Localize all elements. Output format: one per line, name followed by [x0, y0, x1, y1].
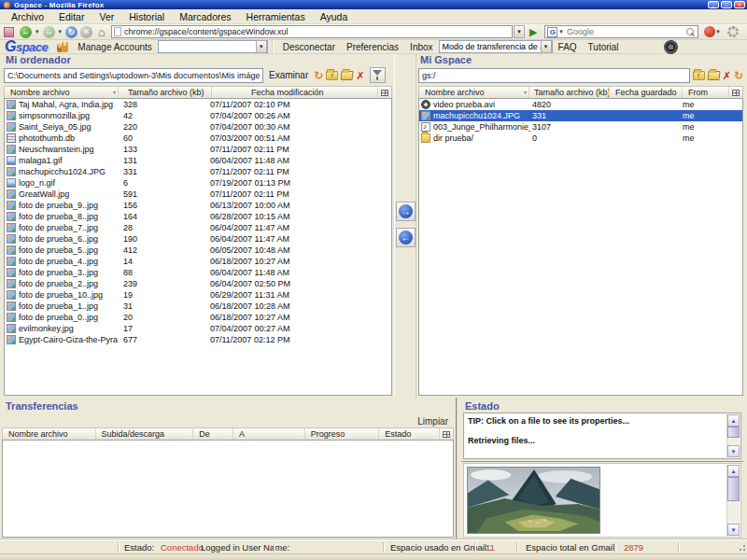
gspace-path-input[interactable]: [419, 71, 689, 80]
local-refresh-icon[interactable]: ↻: [314, 70, 323, 81]
menu-item-editar[interactable]: Editar: [51, 10, 92, 23]
gspace-delete-icon[interactable]: ✗: [723, 70, 731, 81]
local-path-box[interactable]: [4, 68, 263, 83]
forward-icon[interactable]: →: [43, 26, 55, 38]
engine-dropdown-icon[interactable]: ▾: [559, 28, 563, 35]
search-icon[interactable]: [686, 28, 694, 35]
google-engine-icon[interactable]: G: [547, 27, 557, 37]
column-header-name[interactable]: Nombre archivo: [3, 428, 96, 440]
file-row[interactable]: foto de prueba_4..jpg1406/18/2007 10:27 …: [5, 256, 391, 267]
local-open-folder-icon[interactable]: [341, 71, 354, 80]
transfer-mode-select[interactable]: Modo de transferencia de archivos ▾: [439, 40, 553, 53]
menu-item-historial[interactable]: Historial: [121, 10, 172, 23]
column-header-date[interactable]: Fecha modificación: [212, 87, 378, 98]
file-row[interactable]: foto de prueba_10..jpg1906/29/2007 11:31…: [5, 289, 391, 301]
file-row[interactable]: foto de prueba_2..jpg23906/04/2007 02:50…: [5, 278, 391, 289]
gspace-refresh-icon[interactable]: ↻: [734, 70, 743, 81]
menu-item-herramientas[interactable]: Herramientas: [239, 10, 313, 23]
gspace-open-folder-icon[interactable]: [707, 71, 720, 80]
file-row[interactable]: foto de prueba_7..jpg2806/04/2007 11:47 …: [5, 222, 391, 233]
column-header-updown[interactable]: Subida/descarga: [96, 428, 194, 440]
manage-accounts-button[interactable]: Manage Accounts: [72, 42, 158, 52]
preferences-button[interactable]: Preferencias: [341, 42, 404, 52]
maximize-button-icon[interactable]: □: [721, 1, 732, 8]
column-header-name[interactable]: Nombre archivo▾: [419, 87, 529, 98]
go-icon[interactable]: ▶: [529, 26, 537, 38]
upload-button[interactable]: →: [396, 202, 416, 221]
column-picker-icon[interactable]: [378, 87, 391, 98]
menu-item-ayuda[interactable]: Ayuda: [313, 10, 356, 23]
file-row[interactable]: dir prueba/0me: [419, 133, 742, 144]
inbox-button[interactable]: Inbox: [404, 42, 438, 52]
column-picker-icon[interactable]: [440, 428, 453, 440]
url-bar[interactable]: [111, 25, 513, 38]
url-input[interactable]: [124, 27, 510, 36]
stop-icon[interactable]: ✕: [80, 26, 92, 38]
file-row[interactable]: machupicchu1024.JPG33107/11/2007 02:11 P…: [5, 166, 391, 177]
back-dropdown-icon[interactable]: ▾: [35, 28, 39, 35]
clear-transfers-button[interactable]: Limpiar: [417, 416, 448, 427]
reload-icon[interactable]: ↻: [65, 26, 78, 38]
forward-dropdown-icon[interactable]: ▾: [59, 28, 63, 35]
column-header-to[interactable]: A: [233, 428, 305, 440]
close-button-icon[interactable]: ×: [734, 1, 745, 8]
account-select[interactable]: ▾: [158, 40, 268, 53]
account-dropdown-icon[interactable]: ▾: [256, 40, 267, 53]
local-delete-icon[interactable]: ✗: [356, 70, 364, 81]
file-row[interactable]: evilmonkey.jpg1707/04/2007 00:27 AM: [5, 323, 391, 334]
scroll-up-icon[interactable]: ▴: [727, 414, 740, 427]
column-header-from[interactable]: De: [193, 428, 233, 440]
back-icon[interactable]: ←: [20, 26, 32, 38]
gear-icon[interactable]: [727, 26, 739, 37]
file-row[interactable]: foto de prueba_8..jpg16406/28/2007 10:15…: [5, 211, 391, 222]
column-picker-icon[interactable]: [729, 87, 742, 98]
filter-button[interactable]: [370, 67, 386, 83]
panel-splitter[interactable]: → ←: [394, 54, 416, 398]
column-header-size[interactable]: Tamaño archivo (kb): [529, 87, 610, 98]
adblock-icon[interactable]: [704, 26, 715, 37]
file-row[interactable]: photothumb.db6007/03/2007 00:51 AM: [5, 133, 391, 144]
file-row[interactable]: Neuschwanstein.jpg13307/11/2007 02:11 PM: [5, 144, 391, 155]
search-input[interactable]: [567, 27, 684, 36]
sidebar-toggle-icon[interactable]: [4, 27, 14, 37]
menu-item-archivo[interactable]: Archivo: [4, 10, 51, 23]
scroll-down-icon[interactable]: ▾: [727, 445, 740, 457]
file-row[interactable]: foto de prueba_5..jpg41206/05/2007 10:48…: [5, 245, 391, 256]
scroll-down-icon[interactable]: ▾: [727, 524, 740, 536]
file-row[interactable]: Saint_Seiya_05.jpg22007/04/2007 00:30 AM: [5, 121, 391, 133]
file-row[interactable]: video prueba.avi4820me: [419, 99, 742, 110]
scrollbar-thumb[interactable]: [727, 427, 740, 438]
file-row[interactable]: Egypt-Cairo-Giza-the-Pyramids-1-B...6770…: [5, 334, 391, 345]
file-row[interactable]: machupicchu1024.JPG331me: [419, 110, 742, 121]
file-row[interactable]: foto de prueba_3..jpg8806/04/2007 11:48 …: [5, 267, 391, 278]
file-row[interactable]: simpsonmozilla.jpg4207/04/2007 00:26 AM: [5, 110, 391, 121]
file-row[interactable]: 003_Junge_Philharmonie_Koeln-Vi...3107me: [419, 121, 742, 133]
tutorial-button[interactable]: Tutorial: [583, 42, 625, 52]
file-row[interactable]: foto de prueba_1..jpg3106/18/2007 10:28 …: [5, 301, 391, 312]
scrollbar-thumb[interactable]: [727, 477, 740, 501]
file-row[interactable]: foto de prueba_0..jpg2006/18/2007 10:27 …: [5, 312, 391, 323]
scroll-up-icon[interactable]: ▴: [727, 465, 740, 477]
adblock-dropdown-icon[interactable]: ▾: [716, 28, 720, 35]
transfer-mode-dropdown-icon[interactable]: ▾: [541, 40, 552, 53]
file-row[interactable]: logo_n.gif607/19/2007 01:13 PM: [5, 177, 391, 189]
column-header-status[interactable]: Estado: [379, 428, 440, 440]
column-header-size[interactable]: Tamaño archivo (kb): [119, 87, 212, 98]
column-header-name[interactable]: Nombre archivo▾: [5, 87, 119, 98]
file-row[interactable]: malaga1.gif13106/04/2007 11:48 AM: [5, 155, 391, 166]
menu-item-marcadores[interactable]: Marcadores: [172, 10, 238, 23]
column-header-from[interactable]: From: [683, 87, 729, 98]
local-folder-up-icon[interactable]: ↑: [326, 71, 338, 80]
column-header-date[interactable]: Fecha guardado: [610, 87, 683, 98]
faq-button[interactable]: FAQ: [553, 42, 583, 52]
menu-item-ver[interactable]: Ver: [92, 10, 121, 23]
gspace-folder-up-icon[interactable]: ↑: [693, 71, 705, 80]
minimize-button-icon[interactable]: _: [708, 1, 719, 8]
file-row[interactable]: Taj Mahal, Agra, India.jpg32807/11/2007 …: [5, 99, 391, 110]
file-row[interactable]: foto de prueba_6..jpg19006/04/2007 11:47…: [5, 233, 391, 245]
resize-grip[interactable]: [737, 542, 746, 552]
file-row[interactable]: foto de prueba_9..jpg15606/13/2007 10:00…: [5, 200, 391, 211]
preview-scrollbar[interactable]: ▴ ▾: [726, 465, 740, 536]
file-row[interactable]: GreatWall.jpg59107/11/2007 02:11 PM: [5, 189, 391, 200]
disconnect-button[interactable]: Desconectar: [277, 42, 341, 52]
